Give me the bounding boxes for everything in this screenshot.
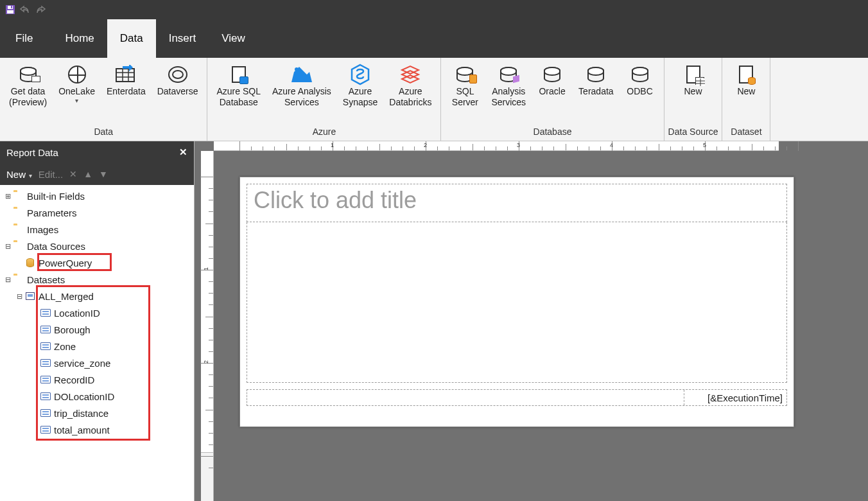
ribbon-group-label: Dataset <box>731 127 761 138</box>
tree-field-item[interactable]: DOLocationID <box>0 388 194 405</box>
ruler-mark: 4 <box>610 142 613 148</box>
new-button[interactable]: New ▾ <box>6 169 32 180</box>
ruler-mark: 3 <box>517 142 520 148</box>
enter-data-button[interactable]: Enterdata <box>101 60 151 127</box>
svg-point-9 <box>295 67 299 71</box>
tree-field-item[interactable]: LocationID <box>0 304 194 321</box>
report-data-panel: Report Data ✕ New ▾ Edit... ✕ ▲ ▼ ⊞ Buil… <box>0 141 195 501</box>
redo-icon[interactable] <box>35 4 46 15</box>
teradata-button[interactable]: Teradata <box>573 60 618 127</box>
report-footer[interactable]: [&ExecutionTime] <box>247 389 787 406</box>
ribbon-group-label: Azure <box>313 127 336 138</box>
svg-rect-3 <box>11 6 12 8</box>
undo-icon[interactable] <box>19 4 31 15</box>
tree-builtin-fields[interactable]: ⊞ Built-in Fields <box>0 188 194 204</box>
tree-field-item[interactable]: RecordID <box>0 371 194 388</box>
report-canvas[interactable]: Click to add title [&ExecutionTime] <box>239 177 794 427</box>
move-up-icon[interactable]: ▲ <box>83 169 92 179</box>
tree-parameters[interactable]: Parameters <box>0 204 194 221</box>
sql-server-button[interactable]: SQL Server <box>445 60 485 127</box>
get-data-button[interactable]: Get data (Preview) <box>4 60 52 127</box>
tree-datasets[interactable]: ⊟ Datasets <box>0 271 194 288</box>
edit-button[interactable]: Edit... <box>39 169 63 180</box>
ribbon-group-label: Data Source <box>668 127 718 138</box>
ruler-mark: 1 <box>331 142 334 148</box>
close-icon[interactable]: ✕ <box>179 146 187 158</box>
tab-insert[interactable]: Insert <box>156 19 209 58</box>
tree-field-item[interactable]: total_amount <box>0 421 194 438</box>
report-body[interactable] <box>247 222 787 383</box>
tree-field-item[interactable]: Zone <box>0 338 194 355</box>
move-down-icon[interactable]: ▼ <box>99 169 108 179</box>
design-surface: 12 12345 Click to add title [&ExecutionT… <box>195 141 868 501</box>
tab-view[interactable]: View <box>209 19 258 58</box>
tree-field-item[interactable]: trip_distance <box>0 405 194 421</box>
oracle-button[interactable]: Oracle <box>532 60 572 127</box>
ruler-mark: 5 <box>703 142 706 148</box>
azure-analysis-services-button[interactable]: Azure Analysis Services <box>267 60 336 127</box>
odbc-button[interactable]: ODBC <box>620 60 660 127</box>
dataverse-button[interactable]: Dataverse <box>152 60 204 127</box>
tree-images[interactable]: Images <box>0 221 194 238</box>
ribbon-group-label: Data <box>94 127 113 138</box>
save-icon[interactable] <box>5 4 15 15</box>
execution-time-placeholder[interactable]: [&ExecutionTime] <box>684 390 786 405</box>
title-placeholder[interactable]: Click to add title <box>247 184 787 222</box>
azure-databricks-button[interactable]: Azure Databricks <box>384 60 437 127</box>
tree-data-source-item[interactable]: PowerQuery <box>0 254 194 271</box>
vertical-ruler: 12 <box>201 151 214 501</box>
onelake-button[interactable]: OneLake▾ <box>53 60 100 127</box>
panel-title: Report Data <box>6 147 58 158</box>
analysis-services-button[interactable]: Analysis Services <box>486 60 531 127</box>
ruler-mark: 1 <box>203 267 209 270</box>
azure-sql-db-button[interactable]: Azure SQL Database <box>211 60 265 127</box>
azure-synapse-button[interactable]: Azure Synapse <box>338 60 383 127</box>
tree-data-sources[interactable]: ⊟ Data Sources <box>0 238 194 254</box>
ribbon-tabs: File Home Data Insert View <box>0 19 868 58</box>
ruler-mark: 2 <box>203 360 209 364</box>
new-dataset-button[interactable]: New <box>726 60 766 127</box>
tree-dataset-item[interactable]: ⊟ ALL_Merged <box>0 288 194 304</box>
horizontal-ruler: 12345 <box>214 141 779 151</box>
tab-home[interactable]: Home <box>52 19 107 58</box>
tab-data[interactable]: Data <box>107 19 156 58</box>
tree: ⊞ Built-in Fields Parameters Images ⊟ Da… <box>0 185 194 501</box>
delete-icon[interactable]: ✕ <box>69 169 77 179</box>
svg-rect-1 <box>7 10 13 13</box>
ribbon-group-label: Database <box>534 127 572 138</box>
ribbon: Get data (Preview)OneLake▾EnterdataDatav… <box>0 58 868 141</box>
tab-file[interactable]: File <box>3 19 46 58</box>
tree-field-item[interactable]: service_zone <box>0 355 194 371</box>
panel-toolbar: New ▾ Edit... ✕ ▲ ▼ <box>0 163 194 185</box>
ruler-mark: 2 <box>424 142 427 148</box>
quick-access-toolbar <box>0 0 868 19</box>
svg-rect-4 <box>116 69 134 82</box>
tree-field-item[interactable]: Borough <box>0 321 194 338</box>
new-data-source-button[interactable]: New <box>673 60 713 127</box>
